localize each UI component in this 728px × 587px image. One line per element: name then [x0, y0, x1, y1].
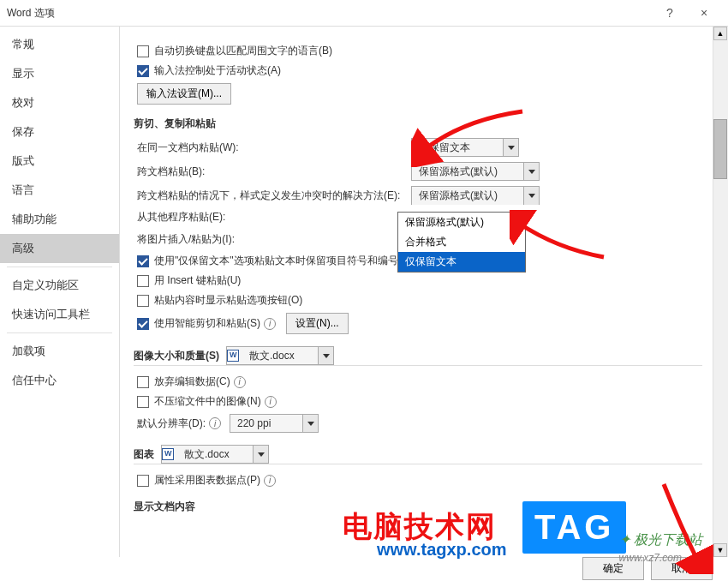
sidebar-item-customize-ribbon[interactable]: 自定义功能区 [0, 271, 119, 300]
image-doc-combo[interactable]: 散文.docx [226, 346, 334, 365]
sidebar-item-accessibility[interactable]: 辅助功能 [0, 205, 119, 234]
insert-key-checkbox[interactable] [137, 275, 149, 287]
dropdown-option[interactable]: 合并格式 [398, 232, 525, 252]
sidebar-item-general[interactable]: 常规 [0, 30, 119, 59]
discard-edit-label: 放弃编辑数据(C) [154, 374, 230, 389]
section-image-title: 图像大小和质量(S) [134, 349, 219, 363]
chevron-down-icon [302, 415, 318, 432]
chevron-down-icon [523, 163, 539, 180]
sidebar-item-trust-center[interactable]: 信任中心 [0, 366, 119, 395]
discard-edit-checkbox[interactable] [137, 376, 149, 388]
scroll-thumb[interactable] [713, 119, 727, 179]
sidebar-item-addins[interactable]: 加载项 [0, 337, 119, 366]
insert-pic-label: 将图片插入/粘贴为(I): [137, 232, 235, 247]
sidebar-item-language[interactable]: 语言 [0, 176, 119, 205]
sidebar-item-display[interactable]: 显示 [0, 59, 119, 88]
auto-switch-kb-checkbox[interactable] [137, 45, 149, 57]
sidebar-item-proofing[interactable]: 校对 [0, 88, 119, 117]
ime-settings-button[interactable]: 输入法设置(M)... [137, 83, 231, 105]
ime-active-checkbox[interactable] [137, 65, 149, 77]
help-button[interactable]: ? [653, 0, 687, 26]
cross-doc-paste-label: 跨文档粘贴(B): [137, 165, 205, 179]
sidebar: 常规 显示 校对 保存 版式 语言 辅助功能 高级 自定义功能区 快速访问工具栏… [0, 27, 120, 557]
cross-doc-conflict-dropdown[interactable]: 保留源格式(默认) 合并格式 仅保留文本 [397, 212, 526, 273]
keep-bullets-checkbox[interactable] [137, 255, 149, 267]
cross-doc-conflict-label: 跨文档粘贴的情况下，样式定义发生冲突时的解决方法(E): [137, 189, 400, 203]
info-icon[interactable]: i [234, 376, 246, 388]
show-paste-btn-checkbox[interactable] [137, 295, 149, 307]
content-pane: 自动切换键盘以匹配周围文字的语言(B) 输入法控制处于活动状态(A) 输入法设置… [120, 27, 728, 557]
chevron-down-icon [523, 187, 539, 205]
ime-active-label: 输入法控制处于活动状态(A) [154, 63, 281, 78]
section-chart-title: 图表 [134, 447, 154, 462]
other-prog-paste-label: 从其他程序粘贴(E): [137, 210, 225, 225]
watermark-tag: TAG [522, 501, 626, 554]
keep-bullets-label: 使用"仅保留文本"选项粘贴文本时保留项目符号和编号(L) [154, 254, 410, 268]
chevron-down-icon [503, 139, 518, 156]
scroll-up-arrow[interactable]: ▲ [713, 27, 727, 40]
default-res-label: 默认分辨率(D): [137, 416, 206, 431]
chart-datapoint-label: 属性采用图表数据点(P) [154, 473, 260, 488]
default-res-combo[interactable]: 220 ppi [230, 414, 319, 433]
smart-paste-label: 使用智能剪切和粘贴(S) [154, 316, 260, 331]
cross-doc-conflict-combo[interactable]: 保留源格式(默认) [411, 186, 540, 205]
same-doc-paste-combo[interactable]: 仅保留文本 [411, 138, 519, 157]
no-compress-label: 不压缩文件中的图像(N) [154, 394, 261, 409]
auto-switch-kb-label: 自动切换键盘以匹配周围文字的语言(B) [154, 44, 332, 58]
smart-paste-checkbox[interactable] [137, 318, 149, 330]
document-icon [227, 350, 239, 362]
sidebar-item-save[interactable]: 保存 [0, 117, 119, 147]
sidebar-item-quick-access[interactable]: 快速访问工具栏 [0, 300, 119, 329]
titlebar: Word 选项 ? × [0, 0, 728, 26]
chevron-down-icon [318, 347, 333, 364]
dropdown-option[interactable]: 保留源格式(默认) [398, 213, 525, 232]
show-paste-btn-label: 粘贴内容时显示粘贴选项按钮(O) [154, 293, 302, 308]
window-title: Word 选项 [7, 6, 55, 21]
no-compress-checkbox[interactable] [137, 396, 149, 408]
same-doc-paste-label: 在同一文档内粘贴(W): [137, 141, 239, 155]
dropdown-option-selected[interactable]: 仅保留文本 [398, 252, 525, 272]
insert-key-label: 用 Insert 键粘贴(U) [154, 273, 241, 288]
scroll-down-arrow[interactable]: ▼ [713, 543, 727, 557]
sidebar-item-layout[interactable]: 版式 [0, 147, 119, 176]
document-icon [162, 448, 174, 460]
chevron-down-icon [253, 446, 268, 463]
info-icon[interactable]: i [209, 417, 221, 429]
info-icon[interactable]: i [264, 475, 276, 487]
watermark-site3: ✦ 极光下载站 www.xz7.com [619, 531, 702, 565]
smart-paste-settings-button[interactable]: 设置(N)... [286, 313, 349, 334]
close-button[interactable]: × [687, 0, 721, 26]
info-icon[interactable]: i [265, 396, 277, 408]
sidebar-item-advanced[interactable]: 高级 [0, 234, 119, 263]
scrollbar[interactable]: ▲ ▼ [713, 27, 728, 557]
chart-datapoint-checkbox[interactable] [137, 475, 149, 487]
chart-doc-combo[interactable]: 散文.docx [161, 445, 269, 464]
cross-doc-paste-combo[interactable]: 保留源格式(默认) [411, 162, 540, 181]
section-paste-title: 剪切、复制和粘贴 [134, 117, 702, 131]
info-icon[interactable]: i [264, 318, 276, 330]
